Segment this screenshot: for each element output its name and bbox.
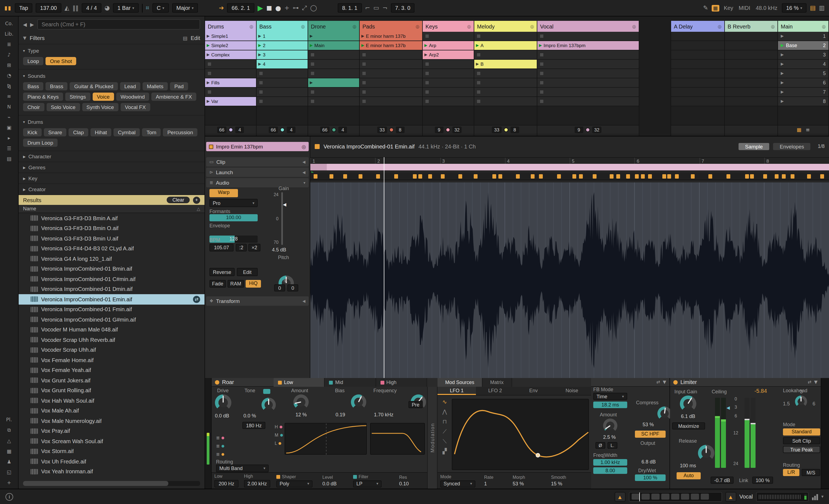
empty-clip-slot[interactable] bbox=[360, 50, 422, 60]
audio-section-header[interactable]: ≣ Audio ▾ bbox=[206, 178, 309, 187]
scene-launch-icon[interactable]: ▶ bbox=[781, 90, 784, 94]
warp-marker[interactable] bbox=[428, 174, 432, 179]
empty-clip-slot[interactable] bbox=[205, 60, 256, 69]
clip-launch-icon[interactable]: ▶ bbox=[207, 81, 210, 85]
track-quantize-value[interactable]: 33 bbox=[492, 126, 502, 133]
device-on-button[interactable] bbox=[215, 380, 219, 384]
tag-kick[interactable]: Kick bbox=[23, 128, 42, 137]
track-fold-icon[interactable]: ◎ bbox=[632, 24, 636, 29]
warp-marker[interactable] bbox=[775, 174, 779, 179]
clip-slot[interactable]: ▶Simple1 bbox=[205, 32, 256, 41]
soft-clip-toggle[interactable]: Soft Clip bbox=[783, 437, 820, 444]
compress-knob[interactable] bbox=[657, 406, 672, 421]
scrollbar-thumb[interactable] bbox=[23, 481, 168, 486]
amount-knob[interactable] bbox=[293, 394, 309, 410]
midi-effects-icon[interactable]: ⧎ bbox=[7, 83, 11, 89]
tone-frequency-value[interactable]: 180 Hz bbox=[242, 422, 265, 429]
transform-section-header[interactable]: ❖ Transform ◀ bbox=[206, 296, 309, 306]
routing-ms-button[interactable]: M/S bbox=[802, 469, 820, 476]
key-root-select[interactable]: C▾ bbox=[152, 3, 169, 12]
punch-loop-start[interactable]: 8. 1. 1 bbox=[338, 3, 362, 12]
warp-marker[interactable] bbox=[539, 174, 543, 179]
tab-envelopes[interactable]: Envelopes bbox=[773, 143, 810, 150]
file-row[interactable]: Vox Uh Freddie.aif bbox=[19, 456, 205, 466]
clip-stop-icon[interactable] bbox=[362, 90, 366, 94]
type-section-header[interactable]: ▾Type bbox=[23, 46, 200, 55]
track-header[interactable]: Drone◎ bbox=[308, 21, 359, 32]
warp-marker[interactable] bbox=[616, 174, 620, 179]
loop-brace[interactable] bbox=[310, 164, 829, 170]
mod-tab-matrix[interactable]: Matrix bbox=[482, 378, 512, 387]
track-fold-icon[interactable]: ◎ bbox=[301, 24, 305, 29]
track-length-value[interactable]: 4 bbox=[235, 126, 244, 133]
live-menu-icon[interactable]: ▮▮ bbox=[4, 5, 11, 11]
clip-launch-icon[interactable]: ▶ bbox=[258, 43, 261, 48]
clip-stop-icon[interactable] bbox=[426, 72, 429, 75]
play-button[interactable]: ▶ bbox=[258, 4, 263, 12]
add-folder-icon[interactable]: + bbox=[7, 480, 11, 486]
warp-marker[interactable] bbox=[474, 174, 477, 179]
key-map-button[interactable]: Key bbox=[723, 5, 734, 11]
empty-clip-slot[interactable] bbox=[308, 69, 359, 78]
empty-clip-slot[interactable] bbox=[474, 78, 537, 88]
warp-marker[interactable] bbox=[708, 174, 712, 179]
empty-clip-slot[interactable] bbox=[308, 50, 359, 60]
empty-clip-slot[interactable] bbox=[537, 69, 639, 78]
tag-tom[interactable]: Tom bbox=[142, 128, 161, 137]
morph-value[interactable]: 53 % bbox=[513, 481, 545, 487]
file-row[interactable]: Veronica ImproCombined-01 Emin.aif⇄ bbox=[19, 294, 205, 304]
browser-horizontal-scrollbar[interactable] bbox=[23, 481, 200, 486]
section-creator[interactable]: ▸Creator bbox=[19, 184, 205, 195]
grid-mode-icon[interactable]: ▦ bbox=[797, 127, 801, 132]
clip-stop-icon[interactable] bbox=[311, 100, 314, 103]
file-row[interactable]: Veronica ImproCombined-01 C#min.aif bbox=[19, 274, 205, 284]
packs-icon[interactable]: ⧉ bbox=[7, 427, 11, 433]
mod-tab-mod-sources[interactable]: Mod Sources bbox=[437, 378, 482, 387]
tag-strings[interactable]: Strings bbox=[65, 92, 90, 101]
hot-swap-icon[interactable]: ⇄ bbox=[193, 296, 200, 303]
clips-icon[interactable]: ▣ bbox=[7, 125, 11, 130]
empty-clip-slot[interactable] bbox=[474, 69, 537, 78]
tag-ambience-fx[interactable]: Ambience & FX bbox=[151, 92, 196, 101]
warp-marker[interactable] bbox=[493, 174, 497, 179]
lfo-tab-lfo-2[interactable]: LFO 2 bbox=[476, 387, 514, 395]
grooves-icon[interactable]: ☰ bbox=[7, 146, 11, 151]
track-header[interactable]: Bass◎ bbox=[257, 21, 308, 32]
file-row[interactable]: Vox Grunt Rolling.aif bbox=[19, 385, 205, 395]
tag-snare[interactable]: Snare bbox=[44, 128, 67, 137]
wavetable-icon[interactable]: ≋ bbox=[7, 94, 11, 99]
clip-signature-icon[interactable]: ◎ bbox=[301, 144, 306, 149]
empty-clip-slot[interactable] bbox=[423, 32, 474, 41]
empty-clip-slot[interactable] bbox=[537, 97, 639, 106]
band-indicators[interactable]: HML bbox=[275, 423, 283, 448]
lfo-tab-noise[interactable]: Noise bbox=[553, 387, 591, 395]
waveform-display[interactable] bbox=[310, 183, 829, 378]
lookahead-knob[interactable] bbox=[795, 395, 807, 408]
auto-release-toggle[interactable]: Auto bbox=[677, 472, 701, 479]
clip-launch-icon[interactable]: ▶ bbox=[207, 99, 210, 104]
fb-width-value[interactable]: 8.00 bbox=[593, 467, 627, 474]
warp-marker[interactable] bbox=[807, 174, 811, 179]
clip-slot[interactable]: ▶Main bbox=[308, 41, 359, 50]
drive-value[interactable]: 0.0 dB bbox=[215, 413, 229, 419]
samples-icon[interactable]: ▸ bbox=[8, 135, 10, 141]
launch-section-header[interactable]: ⊳ Launch ◀ bbox=[206, 168, 309, 177]
scene-slot[interactable]: ▶8 bbox=[778, 97, 828, 106]
tag-synth-voice[interactable]: Synth Voice bbox=[82, 103, 118, 111]
lfo-shape-3[interactable]: ⟋ bbox=[443, 428, 446, 434]
scene-slot[interactable]: ▶7 bbox=[778, 88, 828, 97]
edit-sample-button[interactable]: Edit bbox=[237, 268, 258, 276]
track-fold-icon[interactable]: ◎ bbox=[416, 24, 420, 29]
scene-slot[interactable]: ▶1 bbox=[778, 32, 828, 41]
tag-hihat[interactable]: Hihat bbox=[91, 128, 111, 137]
instruments-icon[interactable]: ♪ bbox=[7, 52, 11, 57]
clip-slot[interactable]: ▶ bbox=[308, 78, 359, 88]
search-input[interactable] bbox=[37, 19, 200, 30]
drums-icon[interactable]: ⊞ bbox=[7, 63, 11, 68]
track-quantize-value[interactable]: 33 bbox=[377, 126, 387, 133]
track-up-button[interactable]: ▲ bbox=[725, 492, 736, 502]
empty-clip-slot[interactable] bbox=[308, 97, 359, 106]
warp-marker[interactable] bbox=[441, 174, 445, 179]
bpm-value[interactable]: 105.07 bbox=[210, 244, 233, 251]
clip-stop-icon[interactable] bbox=[477, 81, 480, 84]
